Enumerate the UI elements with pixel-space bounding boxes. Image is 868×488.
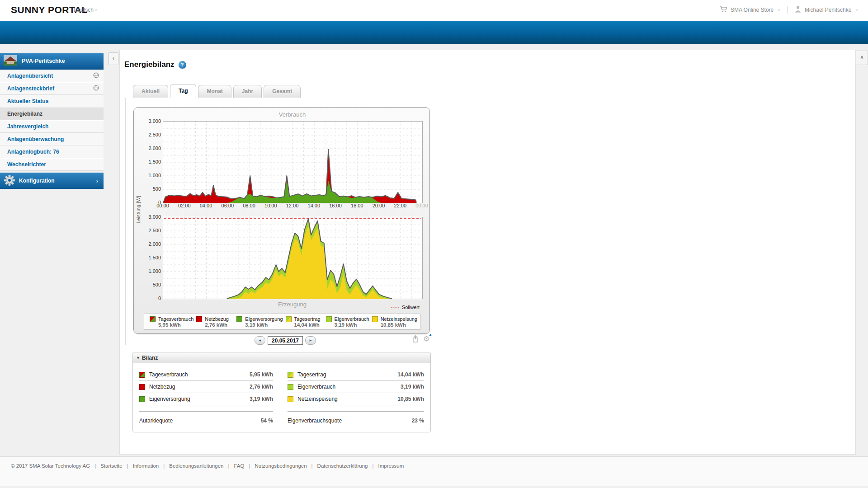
- sidebar-item-label: Energiebilanz: [7, 111, 42, 117]
- sidebar-item-anlagensteckbrief[interactable]: Anlagensteckbrief: [0, 82, 104, 95]
- bilanz-value: 14,04 kWh: [397, 371, 424, 378]
- content-panel: Energiebilanz ? Aktuell Tag Monat Jahr G…: [119, 50, 856, 455]
- sidebar-item-wechselrichter[interactable]: Wechselrichter: [0, 158, 104, 171]
- footer-link-datenschutzerklaerung[interactable]: Datenschutzerklärung: [317, 463, 368, 469]
- scroll-top-button[interactable]: ∧: [856, 51, 868, 65]
- legend-item-tagesertrag: Tagesertrag 14,04 kWh: [283, 316, 323, 328]
- y-tick-label: 3.000: [142, 118, 161, 124]
- footer: © 2017 SMA Solar Technology AG | Startse…: [0, 456, 868, 486]
- tab-aktuell[interactable]: Aktuell: [133, 85, 168, 98]
- sidebar-item-anlagenuebersicht[interactable]: Anlagenübersicht: [0, 70, 104, 82]
- prev-day-button[interactable]: ◄: [255, 336, 265, 345]
- user-menu[interactable]: Michael Perlitschke: [805, 7, 851, 13]
- x-tick-label: 00:00: [412, 203, 432, 208]
- y-tick-label: 2.000: [142, 145, 161, 151]
- chevron-down-icon: ›: [777, 9, 782, 11]
- separator: |: [127, 463, 128, 469]
- bilanz-row-tagesverbrauch: Tagesverbrauch5,95 kWh: [139, 369, 273, 381]
- bilanz-header[interactable]: ▾ Bilanz: [133, 352, 430, 363]
- bilanz-row-eigenverbrauch: Eigenverbrauch3,19 kWh: [288, 381, 424, 393]
- x-tick-label: 00:00: [153, 203, 173, 208]
- settings-gear-icon[interactable]: ⚙ ▲: [423, 335, 431, 343]
- bilanz-value: 3,19 kWh: [250, 396, 273, 402]
- sidebar-item-anlagenueberwachung[interactable]: Anlagenüberwachung: [0, 133, 104, 145]
- gear-icon: [4, 174, 15, 188]
- x-tick-label: 16:00: [326, 203, 345, 208]
- footer-link-faq[interactable]: FAQ: [234, 463, 244, 469]
- sidebar: PVA-Perlitschke Anlagenübersicht Anlagen…: [0, 53, 104, 189]
- legend-label: Netzbezug: [205, 316, 229, 322]
- plant-header[interactable]: PVA-Perlitschke: [0, 53, 104, 70]
- x-tick-label: 22:00: [390, 203, 410, 208]
- top-header: SUNNY PORTAL Deutsch› SMA Online Store ›…: [0, 0, 868, 21]
- legend-value: 3,19 kWh: [335, 322, 369, 328]
- legend-item-eigenverbrauch: Eigenverbrauch 3,19 kWh: [323, 316, 369, 328]
- x-tick-label: 06:00: [217, 203, 237, 208]
- legend-value: 3,19 kWh: [245, 322, 283, 328]
- x-tick-label: 18:00: [347, 203, 367, 208]
- production-chart-title: Erzeugung: [163, 301, 422, 308]
- period-tabs: Aktuell Tag Monat Jahr Gesamt: [133, 84, 301, 98]
- y-tick-label: 3.000: [142, 214, 161, 220]
- tab-gesamt[interactable]: Gesamt: [264, 85, 301, 98]
- legend-item-netzeinspeisung: Netzeinspeisung 10,85 kWh: [369, 316, 417, 328]
- consumption-plot: [163, 121, 423, 203]
- language-label: Deutsch: [74, 7, 94, 13]
- date-input[interactable]: [268, 336, 303, 345]
- bilanz-row-eigenversorgung: Eigenversorgung3,19 kWh: [139, 393, 273, 405]
- globe-icon: [93, 85, 99, 92]
- x-tick-label: 10:00: [261, 203, 281, 208]
- autarkiequote-row: Autarkiequote54 %: [139, 411, 273, 424]
- footer-link-nutzungsbedingungen[interactable]: Nutzungsbedingungen: [255, 463, 307, 469]
- language-selector[interactable]: Deutsch›: [74, 7, 97, 13]
- sidebar-item-anlagenlogbuch[interactable]: Anlagenlogbuch: 76: [0, 145, 104, 158]
- x-tick-label: 04:00: [196, 203, 216, 208]
- sidebar-item-aktueller-status[interactable]: Aktueller Status: [0, 95, 104, 108]
- store-menu[interactable]: SMA Online Store: [731, 7, 774, 13]
- legend-label: Tagesertrag: [294, 316, 321, 322]
- footer-link-bedienungsanleitungen[interactable]: Bedienungsanleitungen: [169, 463, 223, 469]
- bilanz-panel: ▾ Bilanz Tagesverbrauch5,95 kWh Netzbezu…: [132, 352, 431, 432]
- sollwert-legend: ···· Sollwert: [391, 305, 420, 310]
- sidebar-collapse-button[interactable]: ‹: [108, 52, 118, 65]
- sollwert-label: Sollwert: [402, 305, 420, 310]
- sidebar-item-energiebilanz[interactable]: Energiebilanz: [0, 108, 104, 120]
- bilanz-label: Tagesverbrauch: [149, 371, 188, 378]
- footer-link-impressum[interactable]: Impressum: [378, 463, 404, 469]
- sidebar-item-jahresvergleich[interactable]: Jahresvergleich: [0, 120, 104, 133]
- separator: |: [372, 463, 373, 469]
- legend-label: Eigenverbrauch: [335, 316, 369, 322]
- legend-value: 10,85 kWh: [381, 322, 417, 328]
- y-tick-label: 500: [142, 282, 161, 288]
- plant-name: PVA-Perlitschke: [22, 58, 65, 64]
- x-tick-label: 08:00: [239, 203, 259, 208]
- page-title-row: Energiebilanz ?: [124, 60, 186, 69]
- sidebar-item-label: Anlagensteckbrief: [7, 85, 54, 92]
- bilanz-label: Eigenverbrauch: [297, 384, 335, 390]
- bilanz-value: 10,85 kWh: [397, 396, 424, 402]
- export-icon[interactable]: [412, 335, 420, 343]
- bilanz-right-column: Tagesertrag14,04 kWh Eigenverbrauch3,19 …: [288, 369, 424, 424]
- consumption-chart-title: Verbrauch: [163, 111, 422, 118]
- next-day-button[interactable]: ►: [305, 336, 316, 345]
- sidebar-item-konfiguration[interactable]: Konfiguration ›: [0, 173, 104, 189]
- tab-tag[interactable]: Tag: [170, 84, 196, 98]
- legend-label: Eigenversorgung: [245, 316, 283, 322]
- separator: |: [249, 463, 250, 469]
- help-icon[interactable]: ?: [179, 61, 186, 69]
- legend-value: 2,76 kWh: [205, 322, 234, 328]
- copyright: © 2017 SMA Solar Technology AG: [11, 463, 90, 469]
- divider: [787, 6, 788, 14]
- tab-jahr[interactable]: Jahr: [233, 85, 262, 98]
- footer-link-startseite[interactable]: Startseite: [100, 463, 123, 469]
- netzbezug-swatch: [139, 384, 145, 390]
- y-tick-label: 0: [142, 295, 161, 301]
- sidebar-item-label: Konfiguration: [19, 178, 55, 184]
- sollwert-line-sample: ····: [391, 305, 400, 310]
- footer-link-information[interactable]: Information: [133, 463, 159, 469]
- tab-monat[interactable]: Monat: [198, 85, 231, 98]
- tagesertrag-swatch: [286, 316, 292, 322]
- production-plot: [163, 217, 423, 299]
- eigenverbrauchsquote-row: Eigenverbrauchsquote23 %: [288, 411, 424, 424]
- y-tick-label: 1.500: [142, 254, 161, 261]
